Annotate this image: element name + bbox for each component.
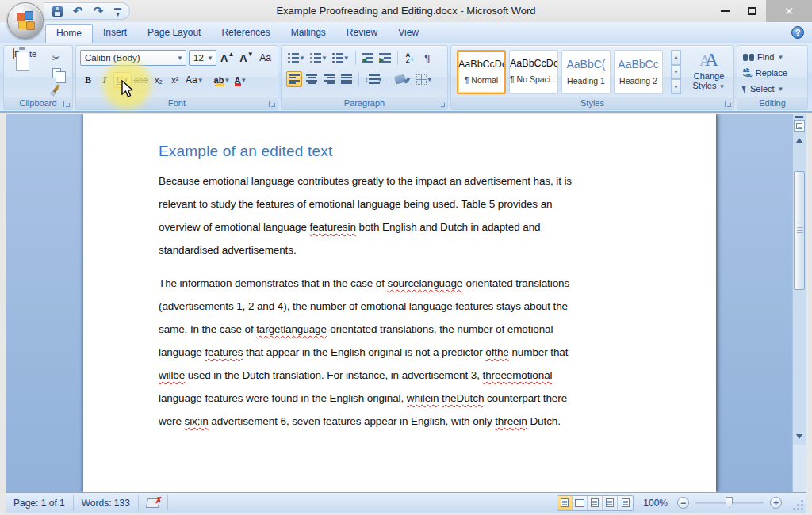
split-handle[interactable] [795,116,803,118]
styles-dialog-launcher[interactable] [725,101,731,107]
misspelled-word[interactable]: threein [495,415,527,427]
multilevel-list-button[interactable]: ▼ [331,50,351,66]
style-no-spacing[interactable]: AaBbCcDc ¶ No Spaci... [509,50,558,94]
text-run[interactable]: Dutch. [527,415,561,427]
decrease-indent-button[interactable]: ◀ [360,50,376,66]
justify-button[interactable] [339,71,354,87]
help-button[interactable]: ? [791,26,804,39]
text-run[interactable]: counterpart there [484,392,567,404]
text-highlight-button[interactable]: ab▼ [213,72,232,88]
maximize-button[interactable] [739,0,764,22]
text-run[interactable]: language features were found in the Engl… [159,392,407,404]
text-run[interactable]: relevant to study the features of emotio… [159,198,552,210]
shrink-font-button[interactable]: A▼ [238,50,255,66]
select-button[interactable]: Select▼ [743,82,787,95]
misspelled-word[interactable]: whilein [407,392,439,404]
scroll-up-button[interactable] [794,135,805,146]
text-line[interactable]: willbe used in the Dutch translation. Fo… [159,364,637,387]
clipboard-dialog-launcher[interactable] [63,101,70,107]
text-run[interactable]: (advertisements 1, 2 and 4), the number … [159,300,568,312]
align-center-button[interactable] [304,71,320,87]
font-dialog-launcher[interactable] [269,101,275,107]
find-button[interactable]: Find▼ [743,51,787,63]
bullets-button[interactable]: ▼ [286,50,307,66]
bold-button[interactable]: B [80,72,96,88]
document-page[interactable]: Example of an edited text Because emotio… [83,114,716,492]
font-name-combo[interactable]: Calibri (Body) ▼ [80,50,186,66]
scroll-down-button[interactable] [794,431,805,442]
borders-button[interactable]: ▼ [415,71,435,87]
misspelled-word[interactable]: theDutch [442,392,484,404]
style-heading2[interactable]: AaBbCc Heading 2 [614,50,663,94]
shading-button[interactable]: ▼ [393,71,413,87]
draft-view-button[interactable] [618,496,633,510]
text-run[interactable]: The information demonstrates that in the… [159,277,388,289]
style-heading1[interactable]: AaBbC( Heading 1 [561,50,611,94]
text-run[interactable]: Because emotional language contributes g… [159,175,572,187]
text-line[interactable]: (advertisements 1, 2 and 4), the number … [159,295,637,318]
copy-button[interactable] [45,66,67,81]
text-run[interactable]: -orientated translations, the number of … [327,323,553,335]
text-run[interactable]: were [159,415,185,427]
tab-mailings[interactable]: Mailings [281,24,336,43]
tab-review[interactable]: Review [336,24,388,43]
outline-view-button[interactable] [603,496,618,510]
zoom-out-button[interactable]: − [677,497,689,509]
text-run[interactable]: -orientated translations [462,277,569,289]
text-run[interactable]: advertisement 6, seven features appear i… [209,415,496,427]
line-spacing-button[interactable]: ↕▼ [363,71,385,87]
zoom-slider[interactable] [695,502,764,504]
text-line[interactable]: Because emotional language contributes g… [159,170,637,193]
text-line[interactable]: same. In the case of targetlanguage-orie… [159,318,637,341]
text-run[interactable]: number that [509,346,569,358]
text-line[interactable]: language features were found in the Engl… [159,387,637,410]
resize-grip[interactable] [793,500,803,510]
customize-qat-button[interactable]: ▬▾ [114,5,121,17]
page-indicator[interactable]: Page: 1 of 1 [6,495,74,511]
zoom-in-button[interactable]: + [770,497,782,509]
text-run[interactable]: that appear in the English original is n… [243,346,485,358]
zoom-level[interactable]: 100% [640,498,671,509]
styles-scroll-down-button[interactable]: ▼ [671,65,681,80]
office-button[interactable] [7,2,44,39]
change-case-button[interactable]: Aa▼ [184,72,205,88]
tab-page-layout[interactable]: Page Layout [137,24,211,43]
styles-more-button[interactable]: ▼ [671,79,681,94]
misspelled-word[interactable]: featuresin [310,221,356,233]
cut-button[interactable]: ✂ [45,51,67,66]
subscript-button[interactable]: x₂ [151,72,167,88]
increase-indent-button[interactable]: ▶ [377,50,393,66]
paragraph[interactable]: Because emotional language contributes g… [159,170,637,261]
close-button[interactable]: ✕ [766,0,812,22]
text-run[interactable]: both English and Dutch in adapted and [356,221,541,233]
ruler-toggle-button[interactable] [794,120,805,132]
tab-view[interactable]: View [388,24,429,43]
document-heading[interactable]: Example of an edited text [159,143,637,160]
paragraph[interactable]: The information demonstrates that in the… [159,272,637,433]
text-line[interactable]: were six;in advertisement 6, seven featu… [159,410,637,433]
zoom-slider-thumb[interactable] [726,497,733,508]
full-screen-reading-view-button[interactable] [573,496,588,510]
clear-formatting-button[interactable]: Aa [258,50,274,66]
replace-button[interactable]: ab⤷acReplace [743,67,787,79]
align-right-button[interactable] [321,71,337,87]
font-color-button[interactable]: A▼ [232,72,248,88]
word-count[interactable]: Words: 133 [74,495,139,511]
text-line[interactable]: language features that appear in the Eng… [159,341,637,364]
vertical-scrollbar[interactable] [792,114,806,492]
web-layout-view-button[interactable] [588,496,603,510]
misspelled-word[interactable]: sourcelanguage [388,277,463,289]
paragraph-dialog-launcher[interactable] [439,101,445,107]
text-run[interactable]: used in the Dutch translation. For insta… [185,369,482,381]
text-line[interactable]: overview of emotional language featuresi… [159,216,637,238]
tab-references[interactable]: References [211,24,280,43]
misspelled-word[interactable]: features [205,346,243,358]
style-normal[interactable]: AaBbCcDc ¶ Normal [457,50,506,94]
misspelled-word[interactable]: willbe [159,369,185,381]
sort-button[interactable]: AZ↓ [402,50,418,66]
text-line[interactable]: The information demonstrates that in the… [159,272,637,295]
numbering-button[interactable]: ▼ [308,50,329,66]
font-size-combo[interactable]: 12 ▼ [189,50,216,66]
proofing-status-button[interactable] [139,495,168,511]
show-hide-marks-button[interactable]: ¶ [419,50,435,66]
